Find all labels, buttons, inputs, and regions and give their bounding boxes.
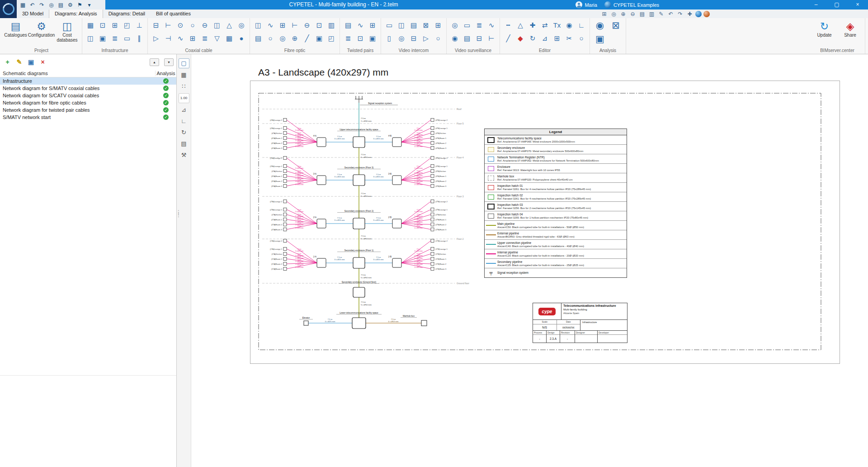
room-outlet-box[interactable] xyxy=(431,257,434,261)
room-outlet-box[interactable] xyxy=(283,253,287,256)
enclosure-node[interactable] xyxy=(392,176,401,185)
phone-icon[interactable]: ○ xyxy=(432,32,444,44)
circle-icon[interactable]: ○ xyxy=(576,32,587,44)
node-icon[interactable]: ◉ xyxy=(563,19,575,31)
tools-icon[interactable]: ⚒ xyxy=(179,151,189,160)
configuration-button[interactable]: ⚙Configuration xyxy=(29,19,54,43)
building-icon[interactable]: ▦ xyxy=(85,19,96,31)
share-button[interactable]: ◈Share xyxy=(838,19,863,38)
rotate-icon[interactable]: ↻ xyxy=(527,32,538,44)
zoom-window-icon[interactable]: ⊕ xyxy=(619,11,627,17)
bracket-icon[interactable]: ⊢ xyxy=(486,32,497,44)
central-node[interactable] xyxy=(353,218,365,229)
distribution-box-icon[interactable]: ⊞ xyxy=(277,19,288,31)
patch-panel-icon[interactable]: ▤ xyxy=(252,32,264,44)
otb-icon[interactable]: ◰ xyxy=(326,32,337,44)
diagram-row-network-diagram-for-twisted-pair-cables[interactable]: Network diagram for twisted pair cables✓ xyxy=(0,106,176,114)
central-node[interactable] xyxy=(353,137,365,148)
duct-icon[interactable]: ≣ xyxy=(109,32,121,44)
room-outlet-box[interactable] xyxy=(431,157,434,160)
ground-enclosure-node[interactable] xyxy=(353,287,365,297)
cabinet-icon[interactable]: ▣ xyxy=(97,32,108,44)
room-outlet-box[interactable] xyxy=(283,218,287,221)
flag-icon[interactable]: ⚑ xyxy=(75,2,84,8)
room-outlet-box[interactable] xyxy=(431,132,434,135)
room-outlet-box[interactable] xyxy=(283,119,287,122)
zoom-out-icon[interactable]: ⊖ xyxy=(629,11,637,17)
menu-caret-icon[interactable]: ▾ xyxy=(85,2,94,8)
facility-space-icon[interactable]: ◫ xyxy=(85,32,96,44)
refresh-icon[interactable]: ↻ xyxy=(179,128,189,137)
lower-facility-node[interactable] xyxy=(352,318,366,329)
enclosure-node[interactable] xyxy=(317,176,326,185)
room-outlet-box[interactable] xyxy=(431,228,434,231)
power-supply-icon[interactable]: ⊟ xyxy=(408,32,420,44)
cctv-power-icon[interactable]: ⊟ xyxy=(473,32,485,44)
select-view-icon[interactable]: ▢ xyxy=(179,58,189,68)
cctv-switch-icon[interactable]: ≣ xyxy=(473,19,485,31)
measure-icon[interactable]: ∟ xyxy=(576,19,587,31)
chamber-icon[interactable]: ▭ xyxy=(121,32,133,44)
mast-icon[interactable]: ⊥ xyxy=(133,19,145,31)
maximize-button[interactable]: ▢ xyxy=(826,0,847,10)
enclosure-node[interactable] xyxy=(317,138,326,147)
room-outlet-box[interactable] xyxy=(431,223,434,226)
enclosure-node[interactable] xyxy=(392,258,401,267)
dimension-icon[interactable]: ⊿ xyxy=(179,105,189,114)
drawing-page[interactable]: RoofFloor 5Floor 4Floor 3Floor 2Ground f… xyxy=(250,81,840,364)
room-outlet-box[interactable] xyxy=(431,253,434,256)
diagram-row-s-matv-network-start[interactable]: S/MATV network start✓ xyxy=(0,114,176,121)
room-outlet-box[interactable] xyxy=(283,132,287,135)
undo-icon[interactable]: ↶ xyxy=(28,2,37,8)
connector-icon[interactable]: ○ xyxy=(187,19,198,31)
conduit-icon[interactable]: ∥ xyxy=(133,32,145,44)
scale-indicator[interactable]: 1.00 xyxy=(179,93,189,103)
print-icon[interactable]: ▤ xyxy=(57,2,65,8)
enclosure-icon[interactable]: ⊡ xyxy=(97,19,108,31)
room-outlet-box[interactable] xyxy=(431,147,434,150)
tv-outlet-icon[interactable]: ◎ xyxy=(236,19,247,31)
grid-icon[interactable]: ▦ xyxy=(179,71,189,80)
room-outlet-box[interactable] xyxy=(283,147,287,150)
diagram-row-infrastructure[interactable]: Infrastructure✓ xyxy=(0,77,176,85)
enclosure-node[interactable] xyxy=(392,138,401,147)
load-icon[interactable]: ● xyxy=(236,32,247,44)
room-outlet-box[interactable] xyxy=(283,262,287,266)
tab-diagrams-analysis[interactable]: Diagrams: Analysis xyxy=(49,9,103,18)
utp-cable-icon[interactable]: ∿ xyxy=(354,19,366,31)
intercom-icon[interactable]: ◫ xyxy=(396,19,407,31)
coupler-icon[interactable]: ⊕ xyxy=(289,32,301,44)
room-outlet-box[interactable] xyxy=(283,165,287,168)
riser-shaft-icon[interactable]: ◰ xyxy=(121,19,133,31)
redo-icon[interactable]: ↷ xyxy=(676,11,684,17)
analysis-check-icon[interactable]: ▣ xyxy=(592,33,608,45)
closure-icon[interactable]: ▣ xyxy=(313,32,325,44)
new-window-icon[interactable]: ⊞ xyxy=(600,11,608,17)
cost-databases-button[interactable]: ◫Cost databases xyxy=(55,19,80,43)
scale-icon[interactable]: ⊿ xyxy=(539,32,551,44)
room-outlet-box[interactable] xyxy=(283,239,287,243)
zoom-icon[interactable]: ◎ xyxy=(47,2,56,8)
switch-icon[interactable]: ▤ xyxy=(342,19,354,31)
project-icon[interactable]: ▦ xyxy=(19,2,27,8)
pairs-distributor-icon[interactable]: ⊞ xyxy=(367,19,378,31)
room-outlet-box[interactable] xyxy=(431,175,434,178)
account-button[interactable]: CYPETEL Examples xyxy=(604,1,659,8)
app-logo[interactable] xyxy=(0,0,17,18)
multiswitch-icon[interactable]: ▦ xyxy=(223,32,235,44)
room-outlet-box[interactable] xyxy=(283,142,287,145)
line-icon[interactable]: ╱ xyxy=(502,32,514,44)
undo-icon[interactable]: ↶ xyxy=(667,11,675,17)
room-outlet-box[interactable] xyxy=(431,200,434,203)
elevator-node[interactable] xyxy=(304,321,308,325)
intercom-amplifier-icon[interactable]: ▷ xyxy=(420,32,432,44)
dome-camera-icon[interactable]: ◉ xyxy=(449,32,461,44)
update-available-icon[interactable] xyxy=(703,11,710,17)
central-node[interactable] xyxy=(353,175,365,186)
filter-icon[interactable]: ▽ xyxy=(211,32,223,44)
rosette-icon[interactable]: ◎ xyxy=(277,32,288,44)
layers-icon[interactable]: ▤ xyxy=(179,139,189,148)
cut-icon[interactable]: ✂ xyxy=(563,32,575,44)
table-icon[interactable]: ⊞ xyxy=(551,32,563,44)
edit-button[interactable]: ✎ xyxy=(15,58,23,66)
